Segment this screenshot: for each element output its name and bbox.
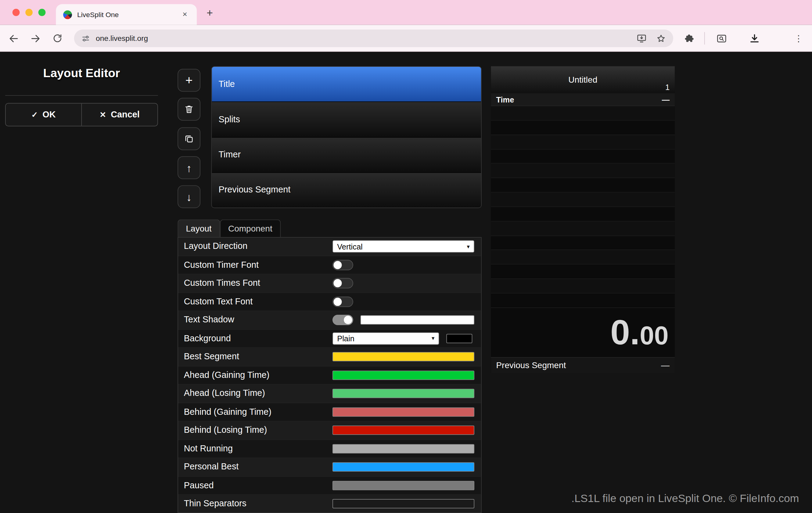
setting-control: [332, 260, 481, 270]
ok-button[interactable]: ✓ OK: [6, 103, 82, 126]
toggle-knob: [344, 316, 352, 324]
chevron-down-icon: ▾: [467, 243, 469, 250]
move-up-button[interactable]: ↑: [177, 156, 200, 179]
segment-row: [491, 164, 675, 178]
toggle-custom-times-font[interactable]: [332, 278, 353, 289]
back-icon[interactable]: [7, 32, 20, 45]
setting-row-paused: Paused: [178, 476, 481, 495]
tab-component[interactable]: Component: [220, 220, 281, 237]
page-title: Layout Editor: [0, 66, 163, 80]
url-text[interactable]: one.livesplit.org: [96, 34, 627, 42]
setting-control: [332, 278, 481, 289]
component-item-splits[interactable]: Splits: [212, 102, 481, 138]
toolbar-divider: [704, 32, 705, 44]
dropdown-layout-direction[interactable]: Vertical▾: [332, 240, 474, 253]
segment-row: [491, 193, 675, 207]
setting-label: Background: [178, 333, 332, 344]
window-minimize-button[interactable]: [25, 9, 33, 16]
timer-integer: 0.: [610, 308, 640, 356]
setting-control: [332, 426, 481, 435]
setting-row-personal-best: Personal Best: [178, 458, 481, 476]
setting-control: [332, 462, 481, 472]
segment-row: [491, 293, 675, 308]
color-swatch-ahead-losing-time[interactable]: [332, 389, 474, 398]
toggle-custom-timer-font[interactable]: [332, 260, 353, 270]
color-swatch-behind-losing-time[interactable]: [332, 426, 474, 435]
site-settings-icon[interactable]: [82, 34, 90, 43]
settings-table: Layout DirectionVertical▾Custom Timer Fo…: [177, 237, 482, 513]
dialog-buttons: ✓ OK ✕ Cancel: [5, 103, 158, 126]
ok-button-label: OK: [42, 110, 56, 120]
dropdown-background[interactable]: Plain▾: [332, 332, 439, 345]
new-tab-button[interactable]: +: [203, 6, 216, 20]
window-close-button[interactable]: [12, 9, 20, 16]
cancel-button[interactable]: ✕ Cancel: [82, 103, 158, 126]
splits-rows: [491, 106, 675, 308]
segment-row: [491, 236, 675, 250]
toggle-text-shadow[interactable]: [332, 315, 353, 325]
color-swatch-paused[interactable]: [332, 481, 474, 490]
dropdown-value: Plain: [337, 334, 354, 343]
setting-label: Custom Timer Font: [178, 260, 332, 270]
chevron-down-icon: ▾: [432, 335, 434, 342]
color-swatch-not-running[interactable]: [332, 444, 474, 454]
setting-control: [332, 481, 481, 490]
setting-row-ahead-losing-time: Ahead (Losing Time): [178, 385, 481, 403]
install-icon[interactable]: [636, 33, 647, 43]
watermark-text: .LS1L file open in LiveSplit One. © File…: [571, 492, 799, 505]
extensions-icon[interactable]: [682, 32, 697, 45]
move-down-button[interactable]: ↓: [177, 185, 200, 208]
setting-label: Thin Separators: [178, 499, 332, 509]
bookmark-star-icon[interactable]: [656, 33, 666, 43]
tab-close-icon[interactable]: ✕: [180, 10, 190, 19]
setting-control: Vertical▾: [332, 240, 481, 253]
trash-icon: [184, 104, 194, 114]
reload-icon[interactable]: [51, 32, 64, 45]
setting-control: [332, 297, 481, 307]
color-swatch-thin-separators[interactable]: [332, 499, 474, 509]
search-sidebar-icon[interactable]: [714, 32, 729, 45]
color-swatch-best-segment[interactable]: [332, 352, 474, 362]
setting-row-best-segment: Best Segment: [178, 348, 481, 366]
tab-layout[interactable]: Layout: [177, 220, 220, 237]
setting-row-thin-separators: Thin Separators: [178, 495, 481, 513]
address-bar[interactable]: one.livesplit.org: [74, 30, 673, 47]
color-swatch-ahead-gaining-time[interactable]: [332, 370, 474, 380]
setting-control: [332, 370, 481, 380]
downloads-icon[interactable]: [747, 32, 762, 45]
layout-preview: Untitled 1 Time — 0. 00 Previous Segment…: [491, 66, 675, 373]
color-swatch-behind-gaining-time[interactable]: [332, 407, 474, 417]
setting-row-layout-direction: Layout DirectionVertical▾: [178, 238, 481, 256]
component-item-previous-segment[interactable]: Previous Segment: [212, 173, 481, 207]
setting-control: [332, 407, 481, 417]
time-column-value: —: [662, 95, 670, 104]
setting-label: Behind (Losing Time): [178, 425, 332, 435]
x-icon: ✕: [100, 110, 106, 120]
toggle-knob: [334, 279, 342, 287]
timer-fraction: 00: [640, 320, 668, 350]
toggle-custom-text-font[interactable]: [332, 297, 353, 307]
component-item-title[interactable]: Title: [212, 67, 481, 102]
component-item-timer[interactable]: Timer: [212, 138, 481, 173]
setting-label: Best Segment: [178, 352, 332, 362]
window-maximize-button[interactable]: [38, 9, 46, 16]
copy-icon: [184, 133, 194, 144]
browser-tab[interactable]: LiveSplit One ✕: [56, 4, 197, 25]
duplicate-component-button[interactable]: [177, 127, 200, 150]
toggle-knob: [334, 261, 342, 269]
setting-label: Custom Text Font: [178, 297, 332, 307]
setting-control: [332, 444, 481, 454]
time-column-label: Time: [496, 95, 514, 104]
setting-row-background: BackgroundPlain▾: [178, 329, 481, 348]
color-swatch-text-shadow[interactable]: [360, 315, 474, 325]
color-swatch-background[interactable]: [446, 334, 472, 343]
component-list: TitleSplitsTimerPrevious Segment: [211, 66, 482, 208]
forward-icon[interactable]: [28, 32, 42, 45]
setting-control: [332, 499, 481, 509]
segment-row: [491, 279, 675, 293]
add-component-button[interactable]: +: [177, 69, 200, 92]
setting-label: Layout Direction: [178, 241, 332, 252]
delete-component-button[interactable]: [177, 98, 200, 121]
menu-icon[interactable]: ⋮: [791, 32, 806, 45]
color-swatch-personal-best[interactable]: [332, 462, 474, 472]
